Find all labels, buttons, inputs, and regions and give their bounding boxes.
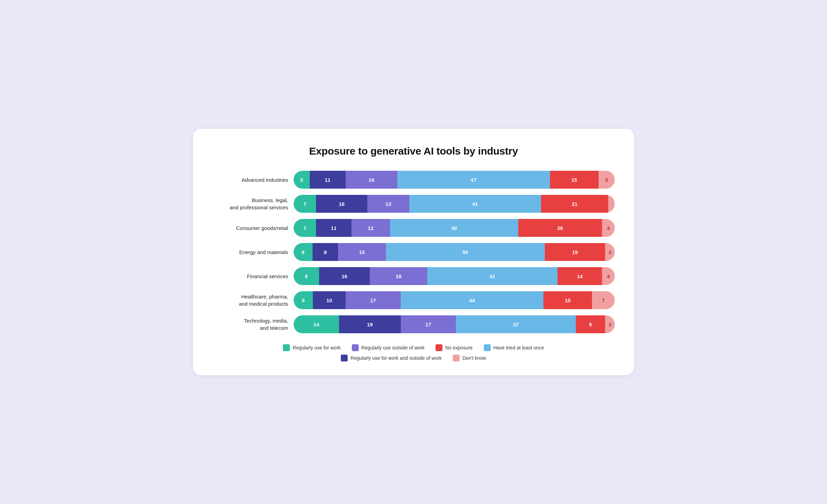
- chart-row: Technology, media,and telecom1419173793: [212, 315, 615, 333]
- segment-teal: 7: [294, 219, 316, 237]
- legend-item: Regularly use outside of work: [352, 344, 425, 351]
- bar-container: 7111240264: [294, 219, 615, 237]
- chart-row: Advanced industries5111647155: [212, 171, 615, 189]
- segment-indigo: 8: [313, 243, 338, 261]
- segment-indigo: 11: [316, 219, 351, 237]
- bar-container: 716134121: [294, 195, 615, 213]
- legend-item: Have tried at least once: [484, 344, 544, 351]
- legend-swatch: [352, 344, 359, 351]
- segment-indigo: 16: [316, 195, 367, 213]
- legend-swatch: [341, 355, 348, 361]
- segment-purple: 13: [367, 195, 409, 213]
- segment-sky: 44: [401, 291, 543, 309]
- chart-row: Healthcare, pharma,and medical products6…: [212, 291, 615, 309]
- row-label: Energy and materials: [212, 249, 288, 256]
- legend-swatch: [484, 344, 491, 351]
- legend-label: Regularly use outside of work: [361, 345, 425, 350]
- legend-swatch: [283, 344, 290, 351]
- segment-sky: 47: [397, 171, 550, 189]
- legend-item: No exposure: [436, 344, 472, 351]
- segment-purple: 17: [401, 315, 456, 333]
- segment-pink: [608, 195, 615, 213]
- segment-teal: 5: [294, 171, 310, 189]
- legend-label: Regularly use for work: [293, 345, 340, 350]
- row-label: Advanced industries: [212, 176, 288, 183]
- segment-purple: 17: [346, 291, 401, 309]
- bar-container: 6101744157: [294, 291, 615, 309]
- legend-swatch: [436, 344, 442, 351]
- legend-label: Don't know: [462, 355, 486, 361]
- segment-sky: 41: [427, 267, 558, 285]
- legend-swatch: [453, 355, 460, 361]
- segment-red: 21: [541, 195, 609, 213]
- chart-row: Consumer goods/retail7111240264: [212, 219, 615, 237]
- segment-indigo: 11: [310, 171, 346, 189]
- legend-label: No exposure: [445, 345, 472, 350]
- segment-pink: 3: [605, 243, 615, 261]
- chart-row: Financial services8161841144: [212, 267, 615, 285]
- legend-item: Regularly use for work and outside of wo…: [341, 355, 442, 361]
- legend-row-2: Regularly use for work and outside of wo…: [341, 355, 486, 361]
- segment-sky: 41: [409, 195, 541, 213]
- legend-item: Don't know: [453, 355, 486, 361]
- legend-label: Regularly use for work and outside of wo…: [350, 355, 442, 361]
- legend-item: Regularly use for work: [283, 344, 340, 351]
- segment-red: 15: [543, 291, 592, 309]
- legend: Regularly use for workRegularly use outs…: [212, 344, 615, 361]
- segment-pink: 3: [605, 315, 615, 333]
- row-label: Business, legal,and professional service…: [212, 197, 288, 211]
- segment-teal: 7: [294, 195, 316, 213]
- segment-teal: 14: [294, 315, 339, 333]
- legend-row-1: Regularly use for workRegularly use outs…: [283, 344, 544, 351]
- segment-pink: 4: [602, 267, 615, 285]
- segment-pink: 4: [602, 219, 615, 237]
- segment-sky: 37: [456, 315, 576, 333]
- segment-red: 19: [545, 243, 605, 261]
- row-label: Technology, media,and telecom: [212, 317, 288, 332]
- segment-indigo: 10: [313, 291, 345, 309]
- bar-container: 5111647155: [294, 171, 615, 189]
- chart-card: Exposure to generative AI tools by indus…: [193, 129, 634, 375]
- segment-pink: 5: [599, 171, 615, 189]
- segment-purple: 15: [338, 243, 386, 261]
- segment-purple: 18: [370, 267, 427, 285]
- segment-purple: 12: [351, 219, 390, 237]
- bar-container: 8161841144: [294, 267, 615, 285]
- row-label: Healthcare, pharma,and medical products: [212, 293, 288, 307]
- segment-sky: 50: [386, 243, 545, 261]
- chart-row: Energy and materials681550193: [212, 243, 615, 261]
- chart-row: Business, legal,and professional service…: [212, 195, 615, 213]
- segment-teal: 6: [294, 291, 313, 309]
- segment-red: 9: [576, 315, 605, 333]
- segment-teal: 8: [294, 267, 319, 285]
- segment-pink: 7: [592, 291, 615, 309]
- segment-red: 15: [550, 171, 599, 189]
- segment-teal: 6: [294, 243, 313, 261]
- legend-label: Have tried at least once: [493, 345, 544, 350]
- segment-sky: 40: [390, 219, 519, 237]
- chart-title: Exposure to generative AI tools by indus…: [212, 145, 615, 157]
- row-label: Consumer goods/retail: [212, 224, 288, 232]
- segment-indigo: 16: [319, 267, 370, 285]
- segment-red: 26: [518, 219, 602, 237]
- bar-container: 681550193: [294, 243, 615, 261]
- segment-red: 14: [558, 267, 602, 285]
- chart-area: Advanced industries5111647155Business, l…: [212, 171, 615, 333]
- segment-indigo: 19: [339, 315, 401, 333]
- row-label: Financial services: [212, 273, 288, 280]
- segment-purple: 16: [346, 171, 398, 189]
- bar-container: 1419173793: [294, 315, 615, 333]
